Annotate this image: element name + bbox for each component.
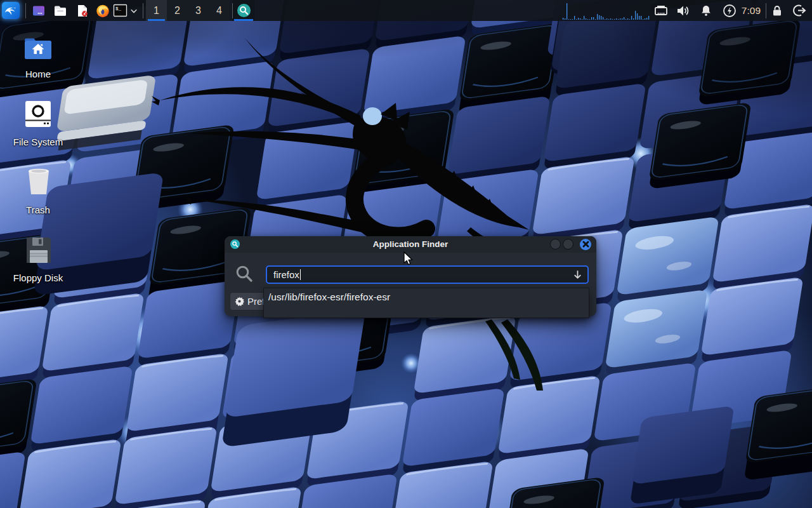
svg-text:$_: $_ — [115, 6, 122, 11]
